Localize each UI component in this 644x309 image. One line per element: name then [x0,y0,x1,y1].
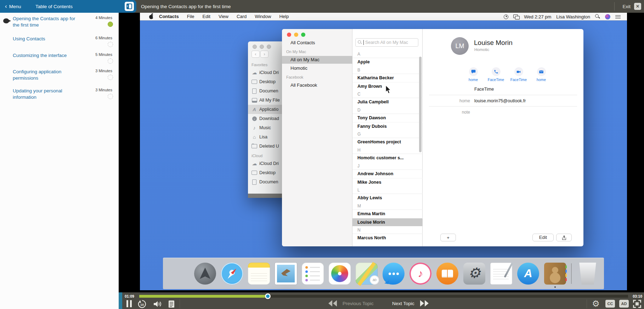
mail-action[interactable]: home [532,67,550,82]
scrollbar[interactable] [419,57,422,152]
menubar-clock[interactable]: Wed 2:27 pm [524,14,551,19]
contact-row[interactable]: L [352,186,423,194]
settings-button[interactable]: ⚙ [591,299,601,309]
seek-handle[interactable] [265,293,271,299]
menu-item[interactable]: View [219,14,228,19]
finder-sidebar-item[interactable]: Deleted U [248,142,287,151]
dock-icon[interactable] [302,263,324,285]
dock-icon[interactable] [221,263,243,285]
previous-topic-button[interactable]: Previous Topic [328,300,374,307]
collapse-sidebar-button[interactable]: ‹ [125,2,134,11]
search-input[interactable] [365,40,415,45]
dock-icon[interactable] [194,263,216,285]
dock-icon[interactable] [463,263,485,285]
contact-row[interactable]: Apple [352,58,423,66]
contact-row[interactable]: Marcus North [352,234,423,242]
dock-icon[interactable] [577,263,599,285]
finder-sidebar-item[interactable]: ♪Music [248,123,287,132]
displays-icon[interactable] [513,15,519,19]
group-all-on-my-mac-selected[interactable]: All on My Mac [282,56,352,64]
siri-icon[interactable] [605,14,610,19]
contact-row[interactable]: Emma Martin [352,210,423,218]
menu-item[interactable]: Edit [203,14,210,19]
dock-icon[interactable] [275,263,297,285]
contact-row[interactable]: H [352,146,423,154]
minimize-icon[interactable] [294,33,298,37]
dock-icon[interactable] [329,263,351,285]
contact-row[interactable]: M [352,202,423,210]
menu-item[interactable]: Card [237,14,247,19]
video-frame[interactable]: Contacts FileEditViewCardWindowHelp Wed … [119,13,644,292]
finder-sidebar-item[interactable]: Documen [248,86,287,96]
dock-icon[interactable] [436,263,458,285]
contact-row[interactable]: Katharina Becker [352,74,423,82]
transcript-button[interactable] [168,300,175,309]
contact-row[interactable]: B [352,66,423,74]
contact-row[interactable]: Tony Dawson [352,114,423,122]
time-machine-icon[interactable] [504,15,508,19]
finder-sidebar-item[interactable]: Download [248,114,287,123]
contact-row[interactable]: Louise Morin [352,218,423,226]
dock-icon[interactable] [517,263,539,285]
pause-button[interactable] [126,300,133,307]
close-icon[interactable] [287,33,291,37]
rewind-10-button[interactable]: 10 [137,299,147,309]
seek-bar[interactable] [139,295,628,298]
finder-sidebar-item[interactable]: Desktop [248,77,287,86]
apple-icon[interactable] [149,14,154,19]
dock-icon[interactable] [571,263,572,284]
facetime-audio-action[interactable]: FaceTime [487,67,505,82]
dock-icon[interactable] [248,263,270,285]
contact-row[interactable]: N [352,226,423,234]
edit-button[interactable]: Edit [532,234,554,241]
contact-row[interactable]: Abby Lewis [352,194,423,202]
volume-button[interactable] [153,300,163,309]
contact-row[interactable]: J [352,162,423,170]
contact-row[interactable]: A [352,50,423,58]
dock-icon[interactable] [490,263,512,285]
back-button[interactable]: ‹ [252,51,260,58]
facetime-video-action[interactable]: FaceTime [510,67,527,82]
finder-sidebar-item[interactable]: Documen [248,177,287,187]
zoom-icon[interactable] [301,33,305,37]
dock-icon[interactable] [356,263,378,285]
finder-sidebar-item-selected[interactable]: AApplicatio [248,105,287,114]
menu-item[interactable]: Window [255,14,271,19]
group-all-facebook[interactable]: All Facebook [282,81,352,89]
zoom-icon[interactable] [267,45,271,49]
contact-row[interactable]: Mike Jones [352,178,423,186]
contact-row[interactable]: Julia Campbell [352,98,423,106]
finder-sidebar-item[interactable]: ☁iCloud Dri [248,68,287,77]
menubar-app-name[interactable]: Contacts [159,14,179,19]
menubar-user[interactable]: Lisa Washington [556,14,590,19]
share-button[interactable] [556,234,572,241]
dock-icon[interactable] [383,263,405,285]
contact-row[interactable]: GreenHomes project [352,138,423,146]
email-value[interactable]: louise.morin75@outlook.fr [474,98,526,103]
next-topic-button[interactable]: Next Topic [392,300,429,307]
minimize-icon[interactable] [260,45,264,49]
dock-icon[interactable] [409,263,431,285]
dock-icon[interactable] [544,263,566,285]
spotlight-search-icon[interactable] [595,14,600,19]
finder-sidebar-item[interactable]: All My File [248,96,287,105]
menu-button[interactable]: ‹ Menu [5,0,21,13]
menu-item[interactable]: File [187,14,194,19]
forward-button[interactable]: › [260,51,269,58]
contact-row[interactable]: Fanny Dubois [352,122,423,130]
finder-sidebar-item[interactable]: Desktop [248,168,287,177]
audio-description-button[interactable]: AD [619,300,629,308]
message-action[interactable]: home [464,67,482,82]
closed-captions-button[interactable]: CC [605,300,615,308]
group-homotic[interactable]: Homotic [282,64,352,72]
group-all-contacts[interactable]: All Contacts [290,40,315,45]
menu-item[interactable]: Help [279,14,289,19]
exit-close-button[interactable]: ✕ [634,3,641,10]
finder-sidebar-item[interactable]: ⌂Lisa [248,132,287,142]
close-icon[interactable] [253,45,257,49]
contact-row[interactable]: Homotic customer s... [352,154,423,162]
notification-center-icon[interactable] [615,15,621,19]
fullscreen-button[interactable] [633,300,641,308]
add-contact-button[interactable]: + [440,234,456,241]
finder-sidebar-item[interactable]: ☁iCloud Dri [248,159,287,168]
